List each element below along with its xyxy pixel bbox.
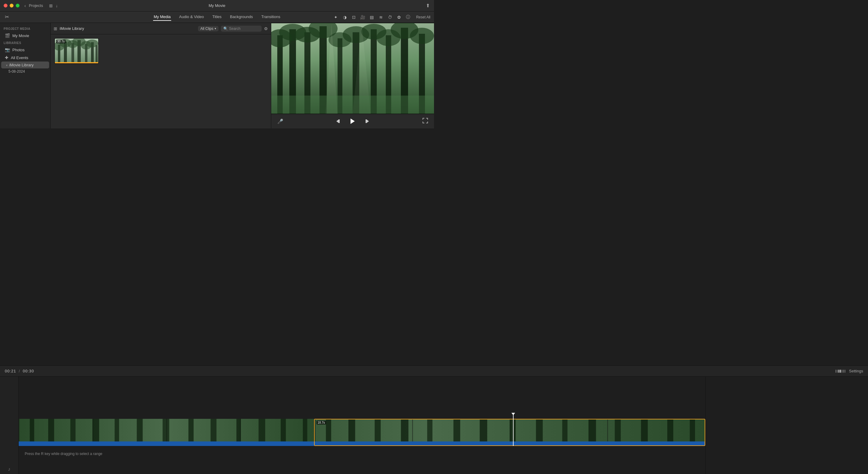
svg-marker-39: [350, 119, 355, 124]
navbar: ✂ My Media Audio & Video Titles Backgrou…: [0, 11, 434, 23]
tab-titles[interactable]: Titles: [212, 13, 222, 21]
audio-level-icon[interactable]: ▤: [369, 14, 375, 21]
movie-icon: 🎬: [5, 33, 10, 38]
chevron-down-icon: ▾: [6, 64, 7, 67]
skip-back-button[interactable]: [336, 118, 342, 124]
clips-filter-selector[interactable]: All Clips ▾: [198, 26, 218, 31]
svg-marker-40: [367, 119, 369, 123]
sidebar-section-libraries: LIBRARIES: [0, 39, 50, 46]
noise-icon[interactable]: ✿: [396, 14, 402, 21]
svg-point-35: [410, 28, 434, 44]
sidebar-section-project-media: PROJECT MEDIA: [0, 25, 50, 32]
grid-view-icon[interactable]: ⊞: [54, 26, 57, 31]
navbar-left: ✂: [4, 14, 9, 20]
preview-forest-svg: [271, 23, 434, 114]
tab-transitions[interactable]: Transitions: [261, 13, 281, 21]
search-icon: 🔍: [223, 27, 228, 31]
fullscreen-icon[interactable]: [423, 118, 428, 124]
microphone-icon[interactable]: 🎤: [277, 119, 283, 124]
window-title: My Movie: [209, 3, 225, 8]
sidebar: PROJECT MEDIA 🎬 My Movie LIBRARIES 📷 Pho…: [0, 23, 51, 128]
speed-icon[interactable]: ⏱: [387, 14, 393, 21]
titlebar-right: ⬆: [426, 3, 434, 8]
tab-audio-video[interactable]: Audio & Video: [179, 13, 204, 21]
sidebar-item-photos[interactable]: 📷 Photos: [1, 46, 49, 54]
eq-icon[interactable]: ≋: [378, 14, 384, 21]
tab-backgrounds[interactable]: Backgrounds: [229, 13, 253, 21]
layout-icon[interactable]: ⊞: [49, 3, 53, 8]
library-title: iMovie Library: [60, 26, 84, 31]
reset-all-button[interactable]: Reset All: [416, 15, 430, 19]
preview-panel: 🎤: [271, 23, 434, 128]
magic-wand-icon[interactable]: ✦: [333, 14, 339, 21]
titlebar: ‹ Projects ⊞ ↓ My Movie ⬆: [0, 0, 434, 11]
preview-video: [271, 23, 434, 114]
skip-forward-button[interactable]: [364, 118, 370, 124]
scissors-icon[interactable]: ✂: [5, 14, 9, 20]
clip-selection-indicator: [55, 62, 98, 63]
svg-rect-38: [339, 119, 340, 123]
color-icon[interactable]: ◑: [341, 14, 348, 21]
search-input[interactable]: [229, 27, 259, 31]
add-icon: ✚: [5, 55, 8, 60]
titlebar-left-buttons: ‹ Projects ⊞ ↓: [24, 3, 58, 8]
crop-icon[interactable]: ⊡: [350, 14, 357, 21]
down-arrow-icon[interactable]: ↓: [56, 3, 58, 8]
sidebar-item-imovie-library[interactable]: ▾ iMovie Library: [1, 61, 49, 68]
info-icon[interactable]: ⓘ: [405, 14, 411, 21]
main-area: PROJECT MEDIA 🎬 My Movie LIBRARIES 📷 Pho…: [0, 23, 434, 128]
svg-rect-7: [96, 45, 98, 63]
back-arrow-icon[interactable]: ‹: [24, 3, 26, 8]
camera-icon[interactable]: 🎥: [360, 14, 366, 21]
chevron-down-icon: ▾: [215, 27, 216, 30]
projects-link[interactable]: Projects: [29, 3, 43, 8]
close-button[interactable]: [4, 4, 7, 7]
share-icon[interactable]: ⬆: [426, 3, 430, 8]
sidebar-item-date[interactable]: 5-08-2024: [0, 68, 50, 75]
minimize-button[interactable]: [10, 4, 13, 7]
preview-controls: 🎤: [271, 114, 434, 128]
play-button[interactable]: [349, 118, 356, 125]
svg-point-13: [86, 39, 98, 47]
clip-duration-badge: 30.7s: [56, 39, 66, 43]
media-browser-toolbar: ⊞ iMovie Library All Clips ▾ 🔍 ⚙: [51, 23, 271, 34]
tab-my-media[interactable]: My Media: [153, 13, 171, 21]
svg-rect-41: [366, 119, 367, 123]
navbar-right: ✦ ◑ ⊡ 🎥 ▤ ≋ ⏱ ✿ ⓘ Reset All: [333, 14, 430, 21]
maximize-button[interactable]: [16, 4, 20, 7]
clip-thumbnail[interactable]: 30.7s: [54, 38, 99, 64]
svg-marker-37: [336, 119, 339, 123]
search-bar[interactable]: 🔍: [221, 26, 261, 32]
traffic-lights: [0, 4, 20, 7]
photos-icon: 📷: [5, 47, 10, 52]
sidebar-item-all-events[interactable]: ✚ All Events: [1, 54, 49, 61]
svg-rect-36: [271, 96, 434, 114]
navbar-tabs: My Media Audio & Video Titles Background…: [153, 13, 281, 21]
media-browser-content: 30.7s: [51, 34, 271, 128]
sidebar-item-my-movie[interactable]: 🎬 My Movie: [1, 32, 49, 39]
settings-gear-icon[interactable]: ⚙: [264, 26, 268, 31]
media-browser: ⊞ iMovie Library All Clips ▾ 🔍 ⚙: [51, 23, 271, 128]
